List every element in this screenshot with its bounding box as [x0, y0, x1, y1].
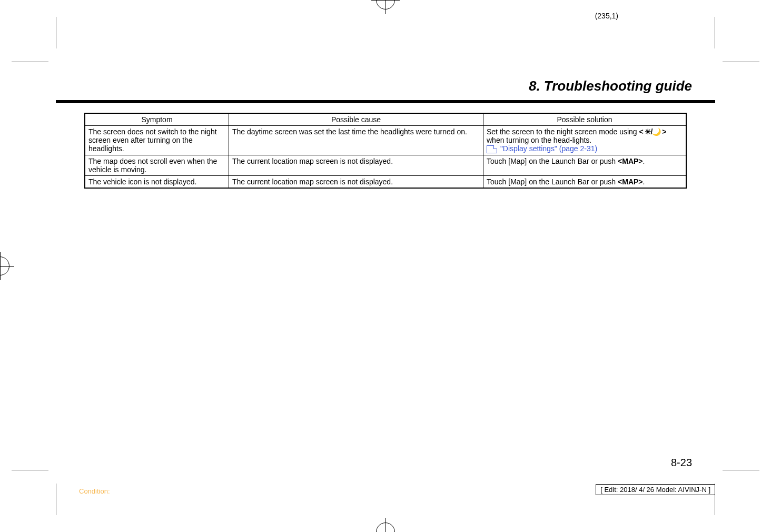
- page-tuple: (235,1): [595, 12, 618, 20]
- page-ref-icon: [487, 145, 497, 153]
- th-cause: Possible cause: [229, 113, 483, 126]
- crop-mark-top: [376, 0, 395, 9]
- edit-info-box: [ Edit: 2018/ 4/ 26 Model: AIVINJ-N ]: [596, 484, 715, 495]
- cell-solution: Set the screen to the night screen mode …: [483, 126, 687, 155]
- cell-solution: Touch [Map] on the Launch Bar or push <M…: [483, 155, 687, 175]
- map-button-label: <MAP>: [618, 157, 642, 165]
- cell-cause: The daytime screen was set the last time…: [229, 126, 483, 155]
- solution-text: Touch [Map] on the Launch Bar or push: [487, 178, 618, 186]
- condition-label: Condition:: [79, 487, 110, 495]
- table-row: The map does not scroll even when the ve…: [85, 155, 686, 175]
- trim-mark: [715, 17, 715, 48]
- cross-reference-link: "Display settings" (page 2-31): [487, 144, 597, 153]
- th-symptom: Symptom: [85, 113, 229, 126]
- chapter-title: 8. Troubleshooting guide: [529, 78, 692, 94]
- cell-symptom: The screen does not switch to the night …: [85, 126, 229, 155]
- cell-symptom: The map does not scroll even when the ve…: [85, 155, 229, 175]
- solution-text-mid: .: [643, 178, 645, 186]
- crop-mark-left: [0, 257, 9, 275]
- brightness-button-label: < ☀/🌙 >: [639, 127, 666, 136]
- cell-cause: The current location map screen is not d…: [229, 155, 483, 175]
- solution-text: Touch [Map] on the Launch Bar or push: [487, 157, 618, 165]
- cell-solution: Touch [Map] on the Launch Bar or push <M…: [483, 175, 687, 188]
- th-solution: Possible solution: [483, 113, 687, 126]
- cell-symptom: The vehicle icon is not displayed.: [85, 175, 229, 188]
- solution-text: Set the screen to the night screen mode …: [487, 127, 639, 136]
- trim-mark: [723, 62, 759, 62]
- trim-mark: [56, 484, 56, 515]
- trim-mark: [723, 470, 759, 470]
- page-number: 8-23: [671, 457, 692, 469]
- troubleshooting-table: Symptom Possible cause Possible solution…: [84, 113, 687, 189]
- cell-cause: The current location map screen is not d…: [229, 175, 483, 188]
- trim-mark: [12, 470, 48, 470]
- map-button-label: <MAP>: [618, 178, 642, 186]
- link-label: "Display settings" (page 2-31): [500, 144, 597, 153]
- solution-text-mid: when turning on the head-lights.: [487, 136, 591, 144]
- crop-mark-bottom: [376, 523, 395, 532]
- table-row: The screen does not switch to the night …: [85, 126, 686, 155]
- heavy-rule: [56, 100, 715, 103]
- trim-mark: [12, 62, 48, 62]
- trim-mark: [56, 17, 56, 48]
- table-header-row: Symptom Possible cause Possible solution: [85, 113, 686, 126]
- solution-text-mid: .: [643, 157, 645, 165]
- table-row: The vehicle icon is not displayed. The c…: [85, 175, 686, 188]
